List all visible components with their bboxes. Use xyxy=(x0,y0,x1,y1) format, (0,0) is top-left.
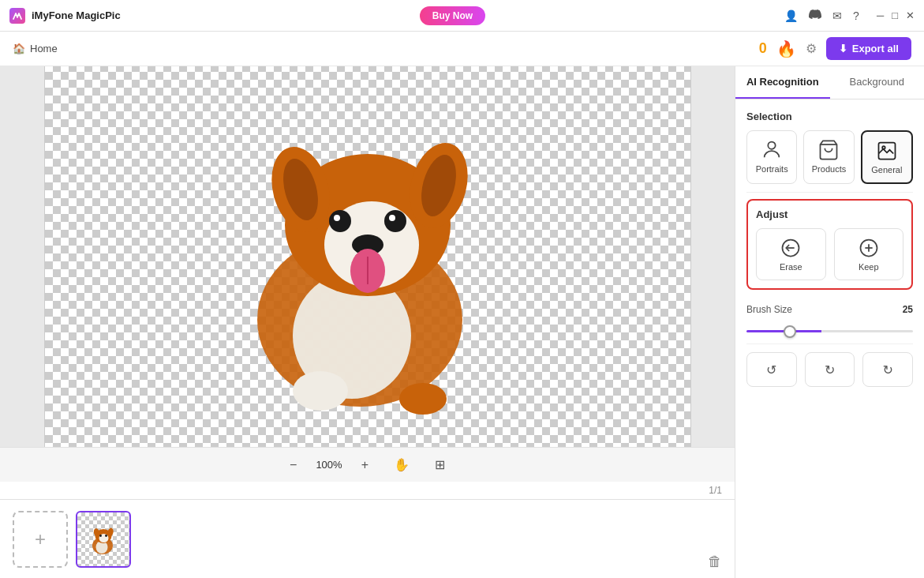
brush-label: Brush Size xyxy=(746,304,792,315)
title-bar-left: iMyFone MagicPic xyxy=(9,8,121,24)
nav-right: 0 🔥 ⚙ ⬇ Export all xyxy=(759,37,911,60)
right-panel: AI Recognition Background Selection Port… xyxy=(735,66,924,578)
thumbnail-item[interactable] xyxy=(76,511,131,568)
erase-button[interactable]: Erase xyxy=(756,228,826,280)
undo-button[interactable]: ↺ xyxy=(746,352,797,387)
export-icon: ⬇ xyxy=(839,43,847,54)
app-logo xyxy=(9,8,25,24)
window-controls: ─ □ ✕ xyxy=(877,9,915,21)
dog-illustration xyxy=(170,75,565,438)
home-nav[interactable]: 🏠 Home xyxy=(13,43,58,54)
flame-icon[interactable]: 🔥 xyxy=(776,39,796,58)
svg-point-28 xyxy=(882,146,885,149)
svg-point-11 xyxy=(389,215,395,221)
selection-title: Selection xyxy=(746,111,913,122)
products-icon xyxy=(817,139,840,161)
zoom-out-button[interactable]: − xyxy=(283,455,303,475)
brush-slider[interactable] xyxy=(746,330,913,332)
home-icon: 🏠 xyxy=(13,43,25,54)
export-label: Export all xyxy=(852,43,899,54)
svg-point-16 xyxy=(399,383,447,415)
svg-point-15 xyxy=(293,371,348,411)
svg-point-23 xyxy=(99,535,102,537)
export-all-button[interactable]: ⬇ Export all xyxy=(826,37,911,60)
nav-bar: 🏠 Home 0 🔥 ⚙ ⬇ Export all xyxy=(0,32,924,66)
title-bar-center: Buy Now xyxy=(420,6,485,25)
portraits-button[interactable]: Portraits xyxy=(746,130,797,184)
svg-point-8 xyxy=(329,210,351,232)
user-icon[interactable]: 👤 xyxy=(784,9,798,22)
thumbnail-strip: + 🗑 xyxy=(0,499,735,578)
title-bar: iMyFone MagicPic Buy Now 👤 ✉ ? ─ □ ✕ xyxy=(0,0,924,32)
badge-zero: 0 xyxy=(759,40,767,57)
zoom-level: 100% xyxy=(316,459,342,471)
close-button[interactable]: ✕ xyxy=(906,9,915,21)
split-view-button[interactable]: ⊞ xyxy=(428,454,451,475)
add-icon: + xyxy=(35,528,46,550)
panel-tabs: AI Recognition Background xyxy=(735,66,924,99)
brush-value: 25 xyxy=(903,304,913,315)
home-label: Home xyxy=(30,43,58,54)
selection-section: Selection Portraits xyxy=(735,99,924,192)
adjust-section: Adjust Erase xyxy=(746,199,913,290)
keep-icon xyxy=(858,237,880,259)
tab-ai-recognition[interactable]: AI Recognition xyxy=(735,66,830,99)
undo-icon: ↺ xyxy=(766,362,776,377)
brush-section: Brush Size 25 xyxy=(735,296,924,343)
canvas-area: − 100% + ✋ ⊞ 1/1 + xyxy=(0,66,735,578)
thumbnail-area: 1/1 + xyxy=(0,482,735,578)
toolbar-bottom: − 100% + ✋ ⊞ xyxy=(0,447,735,482)
products-button[interactable]: Products xyxy=(803,130,854,184)
selection-grid: Portraits Products xyxy=(746,130,913,184)
erase-icon xyxy=(780,237,802,259)
maximize-button[interactable]: □ xyxy=(892,9,898,21)
pan-tool-button[interactable]: ✋ xyxy=(387,454,416,475)
svg-point-10 xyxy=(334,215,340,221)
svg-point-25 xyxy=(768,142,775,149)
adjust-grid: Erase Keep xyxy=(756,228,903,280)
title-bar-icons: 👤 ✉ ? ─ □ ✕ xyxy=(784,8,915,23)
reset-button[interactable]: ↺ xyxy=(862,352,913,387)
person-icon xyxy=(761,139,783,161)
buy-now-button[interactable]: Buy Now xyxy=(420,6,485,25)
svg-point-24 xyxy=(105,535,107,537)
general-button[interactable]: General xyxy=(861,130,913,184)
canvas-container xyxy=(0,66,735,447)
discord-icon[interactable] xyxy=(809,8,821,23)
help-icon[interactable]: ? xyxy=(853,9,859,22)
general-icon xyxy=(876,140,898,162)
redo-button[interactable]: ↻ xyxy=(805,352,855,387)
delete-icon[interactable]: 🗑 xyxy=(708,554,722,570)
brush-header: Brush Size 25 xyxy=(746,304,913,315)
app-name: iMyFone MagicPic xyxy=(32,9,121,21)
adjust-title: Adjust xyxy=(756,208,903,220)
minimize-button[interactable]: ─ xyxy=(877,9,884,21)
zoom-in-button[interactable]: + xyxy=(355,455,375,475)
add-image-button[interactable]: + xyxy=(13,511,68,568)
divider-1 xyxy=(746,192,913,193)
svg-point-9 xyxy=(384,210,406,232)
mail-icon[interactable]: ✉ xyxy=(832,9,842,22)
tab-background[interactable]: Background xyxy=(830,66,925,99)
action-row: ↺ ↻ ↺ xyxy=(735,344,924,395)
main-layout: − 100% + ✋ ⊞ 1/1 + xyxy=(0,66,924,578)
page-count: 1/1 xyxy=(0,482,735,499)
reset-icon: ↺ xyxy=(883,362,893,377)
redo-icon: ↻ xyxy=(825,362,835,377)
settings-icon[interactable]: ⚙ xyxy=(806,41,817,56)
thumbnail-dog xyxy=(84,520,123,559)
keep-button[interactable]: Keep xyxy=(834,228,904,280)
canvas-image[interactable] xyxy=(44,66,691,447)
